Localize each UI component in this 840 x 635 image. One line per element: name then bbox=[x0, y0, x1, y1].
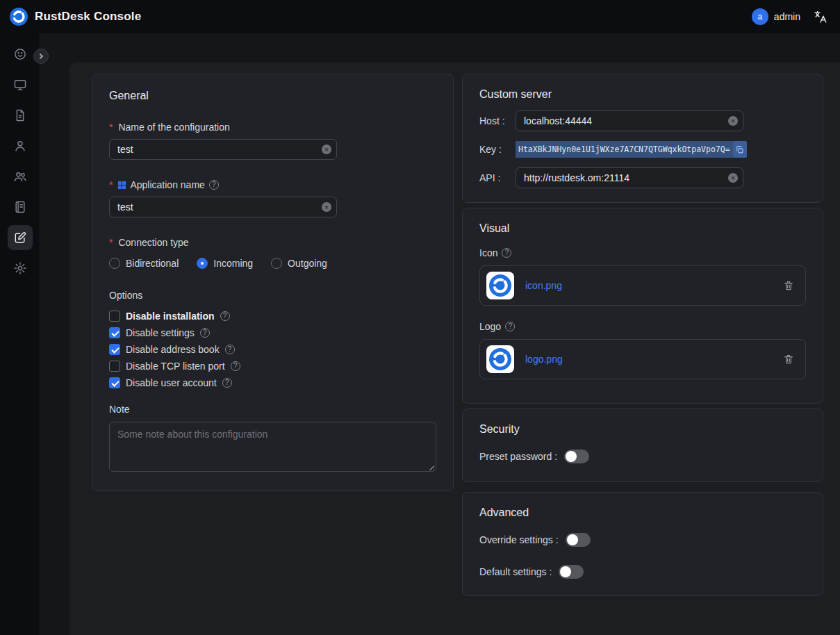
clear-host-icon[interactable]: × bbox=[728, 116, 738, 126]
document-icon bbox=[13, 108, 27, 122]
help-icon[interactable]: ? bbox=[225, 345, 235, 354]
checkbox-disable-address-book[interactable]: Disable address book ? bbox=[109, 344, 436, 355]
preset-password-toggle[interactable] bbox=[564, 450, 589, 463]
smiley-icon bbox=[13, 47, 27, 61]
logo-file-box: logo.png bbox=[479, 339, 806, 379]
help-icon[interactable]: ? bbox=[200, 328, 210, 338]
sidebar-item-devices[interactable] bbox=[8, 72, 33, 97]
sidebar-item-logs[interactable] bbox=[8, 195, 33, 220]
host-input[interactable] bbox=[516, 110, 743, 131]
key-field: HtaXBkJNHyn0e1U1jWXze7A7CN7QTGWqxkOtpaVp… bbox=[516, 141, 747, 158]
gear-icon bbox=[13, 261, 27, 275]
user-name: admin bbox=[774, 11, 800, 22]
help-icon[interactable]: ? bbox=[209, 180, 219, 190]
checkbox-icon bbox=[109, 344, 120, 355]
help-icon[interactable]: ? bbox=[220, 311, 230, 321]
connection-type-group: Bidirectional Incoming Outgoing bbox=[109, 258, 436, 269]
delete-logo-trash-icon[interactable] bbox=[783, 354, 794, 365]
radio-bidirectional[interactable]: Bidirectional bbox=[109, 258, 179, 269]
app-name-input[interactable] bbox=[109, 197, 337, 217]
clear-name-icon[interactable]: × bbox=[322, 145, 331, 154]
sidebar-item-groups[interactable] bbox=[8, 164, 33, 189]
main-area: General * Name of the configuration × * … bbox=[40, 33, 840, 635]
security-card: Security Preset password : bbox=[462, 409, 823, 482]
checkbox-disable-tcp-listen-port[interactable]: Disable TCP listen port ? bbox=[109, 361, 436, 372]
icon-preview bbox=[486, 272, 514, 299]
help-icon[interactable]: ? bbox=[231, 361, 240, 371]
override-settings-toggle[interactable] bbox=[566, 533, 591, 547]
sidebar-item-configurations[interactable] bbox=[8, 225, 33, 250]
visual-card: Visual Icon ? icon.png bbox=[462, 208, 823, 404]
checkbox-icon bbox=[109, 311, 120, 322]
app-name-label: * Application name ? bbox=[109, 179, 436, 190]
checkbox-disable-user-account[interactable]: Disable user account ? bbox=[109, 377, 436, 388]
api-label: API : bbox=[479, 172, 516, 183]
required-asterisk: * bbox=[109, 237, 113, 248]
connection-type-label: * Connection type bbox=[109, 237, 436, 248]
copy-icon[interactable] bbox=[733, 141, 747, 158]
avatar[interactable]: a bbox=[752, 8, 768, 25]
edit-icon bbox=[13, 231, 27, 245]
top-bar: RustDesk Console a admin bbox=[0, 0, 840, 33]
key-label: Key : bbox=[479, 144, 516, 155]
checkbox-disable-installation[interactable]: Disable installation ? bbox=[109, 311, 436, 322]
journal-icon bbox=[13, 200, 27, 214]
general-title: General bbox=[109, 90, 436, 102]
users-icon bbox=[13, 170, 27, 183]
checkbox-icon bbox=[109, 361, 120, 372]
monitor-icon bbox=[13, 78, 27, 92]
icon-label: Icon ? bbox=[479, 247, 806, 258]
logo-file-link[interactable]: logo.png bbox=[525, 354, 563, 365]
rustdesk-logo-icon bbox=[10, 8, 28, 26]
logo-label: Logo ? bbox=[479, 321, 806, 332]
language-switcher-icon[interactable] bbox=[813, 10, 827, 24]
app-title: RustDesk Console bbox=[35, 10, 141, 24]
sidebar-item-dashboard[interactable] bbox=[8, 42, 33, 67]
visual-title: Visual bbox=[479, 222, 806, 235]
user-menu[interactable]: a admin bbox=[752, 8, 800, 25]
clear-app-name-icon[interactable]: × bbox=[322, 202, 331, 212]
radio-circle-icon bbox=[109, 258, 120, 269]
radio-circle-icon bbox=[271, 258, 282, 269]
logo-preview bbox=[486, 345, 514, 373]
radio-incoming[interactable]: Incoming bbox=[197, 258, 253, 269]
chevron-right-icon bbox=[38, 53, 43, 59]
override-settings-label: Override settings : bbox=[479, 534, 559, 545]
user-icon bbox=[13, 139, 27, 153]
general-card: General * Name of the configuration × * … bbox=[92, 74, 454, 491]
config-name-input[interactable] bbox=[109, 139, 337, 160]
advanced-card: Advanced Override settings : Default set… bbox=[462, 492, 823, 596]
clear-api-icon[interactable]: × bbox=[728, 173, 738, 183]
delete-icon-trash-icon[interactable] bbox=[783, 280, 794, 291]
host-label: Host : bbox=[479, 115, 516, 126]
note-textarea[interactable] bbox=[109, 422, 436, 472]
help-icon[interactable]: ? bbox=[505, 322, 515, 331]
sidebar-item-settings[interactable] bbox=[8, 256, 33, 281]
default-settings-label: Default settings : bbox=[479, 566, 552, 577]
api-input[interactable] bbox=[516, 167, 743, 188]
key-value: HtaXBkJNHyn0e1U1jWXze7A7CN7QTGWqxkOtpaVp… bbox=[516, 141, 733, 158]
checkbox-icon bbox=[109, 377, 120, 388]
windows-icon bbox=[118, 181, 126, 189]
sidebar-item-user[interactable] bbox=[8, 133, 33, 158]
checkbox-disable-settings[interactable]: Disable settings ? bbox=[109, 327, 436, 338]
custom-server-title: Custom server bbox=[479, 88, 806, 101]
icon-file-link[interactable]: icon.png bbox=[525, 280, 562, 291]
brand: RustDesk Console bbox=[10, 8, 141, 26]
options-label: Options bbox=[109, 290, 436, 301]
advanced-title: Advanced bbox=[479, 506, 806, 519]
custom-server-card: Custom server Host : × Key : HtaXBkJNHyn… bbox=[462, 74, 823, 203]
required-asterisk: * bbox=[109, 179, 113, 190]
radio-circle-icon bbox=[197, 258, 208, 269]
default-settings-toggle[interactable] bbox=[559, 565, 584, 579]
security-title: Security bbox=[479, 423, 806, 436]
preset-password-label: Preset password : bbox=[479, 451, 557, 462]
sidebar-item-documents[interactable] bbox=[8, 103, 33, 128]
help-icon[interactable]: ? bbox=[502, 248, 511, 258]
required-asterisk: * bbox=[109, 122, 113, 133]
radio-outgoing[interactable]: Outgoing bbox=[271, 258, 327, 269]
icon-file-box: icon.png bbox=[479, 265, 806, 306]
name-label: * Name of the configuration bbox=[109, 122, 436, 133]
sidebar-expand-button[interactable] bbox=[33, 49, 49, 64]
help-icon[interactable]: ? bbox=[222, 378, 232, 388]
